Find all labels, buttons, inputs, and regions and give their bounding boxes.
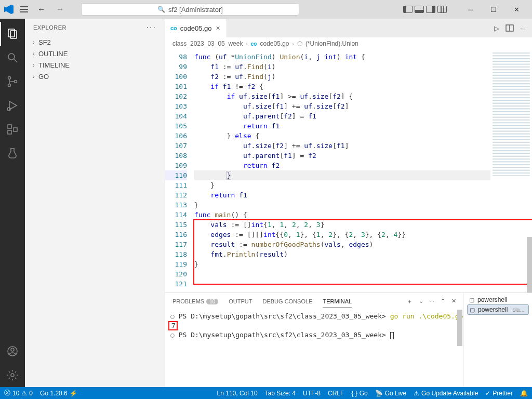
nav-forward-icon[interactable]: → (53, 5, 68, 14)
code-editor[interactable]: 9899100101102103104105106107108109110111… (165, 50, 532, 292)
sidebar-more-icon[interactable]: ··· (147, 23, 156, 32)
status-bar: ⓧ 10 ⚠ 0 Go 1.20.6 ⚡ Ln 110, Col 10 Tab … (0, 387, 532, 399)
svg-point-4 (8, 77, 11, 79)
panel-tab-terminal[interactable]: TERMINAL (323, 295, 352, 308)
svg-rect-10 (8, 130, 11, 134)
panel-tab-problems[interactable]: PROBLEMS10 (172, 295, 218, 308)
breadcrumb[interactable]: class_2023_03_05_week › co code05.go › ⬡… (165, 37, 532, 50)
status-errors[interactable]: ⓧ 10 ⚠ 0 (4, 389, 33, 397)
sidebar-item-outline[interactable]: ›OUTLINE (25, 48, 165, 59)
chevron-right-icon: › (246, 41, 247, 47)
symbol-method-icon: ⬡ (297, 40, 302, 47)
terminal-scrollbar-thumb[interactable] (457, 310, 462, 346)
bottom-panel: PROBLEMS10 OUTPUT DEBUG CONSOLE TERMINAL… (165, 292, 532, 387)
code-content[interactable]: func (uf *UnionFind) Union(i, j int) int… (194, 50, 490, 292)
explorer-sidebar: EXPLORER ··· ›SF2 ›OUTLINE ›TIMELINE ›GO (25, 19, 165, 387)
toggle-panel-icon[interactable] (415, 6, 424, 13)
svg-rect-11 (14, 128, 17, 131)
sidebar-item-sf2[interactable]: ›SF2 (25, 36, 165, 48)
terminal-tab-2[interactable]: ▢powershellcla... (467, 304, 529, 315)
new-terminal-icon[interactable]: ＋ (407, 298, 413, 305)
editor-more-icon[interactable]: ··· (520, 24, 526, 32)
tab-close-icon[interactable]: × (215, 24, 221, 32)
source-control-activity-icon[interactable] (0, 70, 25, 94)
title-bar: ← → 🔍 sf2 [Administrator] ─ ☐ ✕ (0, 0, 532, 19)
sidebar-item-go[interactable]: ›GO (25, 71, 165, 82)
maximize-button[interactable]: ☐ (482, 1, 505, 18)
window-controls: ─ ☐ ✕ (459, 1, 528, 18)
svg-point-2 (8, 54, 15, 60)
split-editor-icon[interactable] (506, 24, 514, 32)
panel-tabs: PROBLEMS10 OUTPUT DEBUG CONSOLE TERMINAL… (165, 293, 463, 310)
svg-point-15 (11, 374, 14, 377)
explorer-activity-icon[interactable] (0, 22, 25, 46)
status-line-col[interactable]: Ln 110, Col 10 (217, 390, 258, 397)
status-prettier[interactable]: ✓ Prettier (485, 390, 513, 397)
line-gutter: 9899100101102103104105106107108109110111… (165, 50, 194, 292)
svg-rect-9 (8, 125, 11, 128)
maximize-panel-icon[interactable]: ⌃ (441, 298, 445, 305)
panel-tab-debug[interactable]: DEBUG CONSOLE (263, 295, 313, 308)
customize-layout-icon[interactable] (437, 6, 447, 13)
activity-bar (0, 19, 25, 387)
editor-scrollbar-thumb[interactable] (527, 237, 532, 292)
editor-tabs: co code05.go × ▷ ··· (165, 19, 532, 37)
terminal-dropdown-icon[interactable]: ⌄ (419, 298, 423, 305)
search-icon: 🔍 (157, 6, 165, 13)
terminal-icon: ▢ (469, 297, 474, 303)
vscode-logo-icon (4, 5, 14, 14)
svg-point-14 (11, 348, 14, 351)
minimap[interactable] (490, 50, 532, 292)
status-eol[interactable]: CRLF (328, 390, 344, 397)
status-goupdate[interactable]: ⚠ Go Update Available (414, 390, 478, 397)
extensions-activity-icon[interactable] (0, 117, 25, 141)
sidebar-title: EXPLORER (33, 24, 66, 31)
breadcrumb-symbol[interactable]: (*UnionFind).Union (305, 40, 358, 47)
layout-controls (403, 6, 447, 13)
status-go-version[interactable]: Go 1.20.6 ⚡ (40, 390, 77, 397)
chevron-right-icon: › (31, 74, 36, 79)
sidebar-item-timeline[interactable]: ›TIMELINE (25, 59, 165, 71)
search-placeholder: sf2 [Administrator] (168, 6, 223, 14)
svg-line-3 (14, 59, 17, 62)
terminal-content[interactable]: ○ PS D:\mysetup\gopath\src\sf2\class_202… (165, 310, 463, 387)
command-center[interactable]: 🔍 sf2 [Administrator] (81, 3, 299, 16)
svg-point-5 (8, 84, 11, 87)
status-indent[interactable]: Tab Size: 4 (265, 390, 296, 397)
testing-activity-icon[interactable] (0, 141, 25, 165)
accounts-activity-icon[interactable] (0, 339, 25, 363)
minimize-button[interactable]: ─ (459, 1, 482, 18)
go-file-icon: co (251, 41, 257, 47)
close-panel-icon[interactable]: ✕ (451, 298, 456, 305)
search-activity-icon[interactable] (0, 46, 25, 70)
tab-label: code05.go (180, 24, 212, 32)
terminal-tab-1[interactable]: ▢powershell (467, 295, 529, 304)
run-file-icon[interactable]: ▷ (494, 24, 499, 32)
svg-point-6 (15, 81, 17, 83)
terminal-icon: ▢ (470, 307, 475, 313)
breadcrumb-file[interactable]: code05.go (260, 40, 289, 47)
go-file-icon: co (170, 25, 177, 31)
toggle-primary-sidebar-icon[interactable] (403, 6, 413, 13)
toggle-secondary-sidebar-icon[interactable] (426, 6, 435, 13)
editor-actions: ▷ ··· (488, 19, 532, 37)
status-golive[interactable]: 📡 Go Live (375, 390, 406, 397)
menu-hamburger-icon[interactable] (18, 4, 30, 15)
run-debug-activity-icon[interactable] (0, 94, 25, 117)
panel-tab-output[interactable]: OUTPUT (229, 295, 252, 308)
status-language[interactable]: { } Go (351, 390, 367, 397)
chevron-right-icon: › (31, 51, 36, 57)
editor-area: co code05.go × ▷ ··· class_2023_03_05_we… (165, 19, 532, 387)
panel-more-icon[interactable]: ··· (430, 298, 434, 305)
settings-activity-icon[interactable] (0, 363, 25, 387)
tab-code05[interactable]: co code05.go × (165, 19, 227, 37)
chevron-right-icon: › (292, 41, 294, 47)
chevron-right-icon: › (31, 62, 36, 68)
problems-badge: 10 (206, 299, 218, 304)
chevron-right-icon: › (31, 39, 36, 45)
nav-back-icon[interactable]: ← (34, 5, 49, 14)
status-notifications-icon[interactable]: 🔔 (520, 390, 528, 397)
breadcrumb-folder[interactable]: class_2023_03_05_week (172, 40, 243, 47)
status-encoding[interactable]: UTF-8 (303, 390, 321, 397)
close-window-button[interactable]: ✕ (505, 1, 528, 18)
